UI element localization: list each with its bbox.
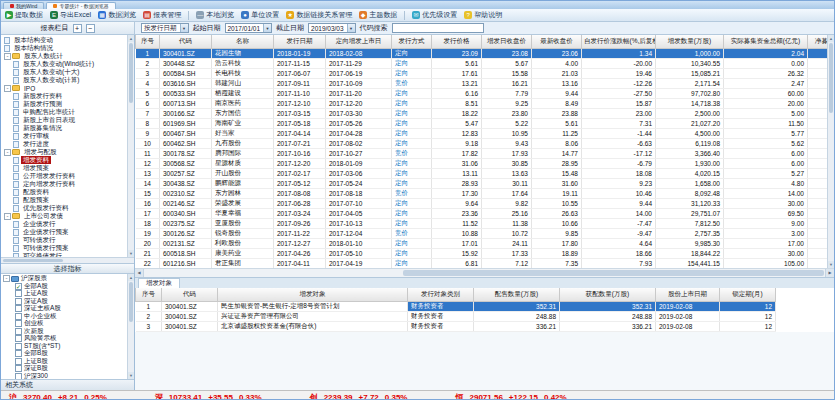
column-header[interactable]: 自发行价涨跌幅(%,后复权) (582, 35, 656, 48)
toolbar-button-report-manage[interactable]: ▤报表管理 (143, 10, 181, 20)
column-header[interactable]: 获配数量(万股) (560, 288, 656, 301)
table-row[interactable]: 17600340.SH华夏幸福2017-03-242017-04-05定向23.… (136, 208, 835, 218)
column-header[interactable]: 定向增发上市日 (326, 35, 392, 48)
column-header[interactable]: 发行方式 (392, 35, 432, 48)
scrollbar-thumb[interactable] (129, 43, 133, 103)
table-row[interactable]: 7300166.SZ东方国信2017-03-152017-03-30定向18.2… (136, 108, 835, 118)
column-header[interactable]: 配售数量(万股) (474, 288, 560, 301)
tree-item[interactable]: 可转债发行 (1, 236, 134, 244)
tree-item[interactable]: 公开增发发行资料 (1, 172, 134, 180)
column-header[interactable]: 锁定期(月) (720, 288, 776, 301)
tree-scrollbar[interactable]: ▲ ▼ (127, 35, 134, 257)
table-row[interactable]: 16002146.SZ荣盛发展2017-06-282017-07-10定向9.6… (136, 198, 835, 208)
universe-item[interactable]: 中小企业板 (1, 313, 134, 321)
tree-item[interactable]: 发行进度 (1, 140, 134, 148)
date-mode-select[interactable]: 按发行日期 ▼ (141, 23, 189, 33)
table-row[interactable]: 1300401.SZ花园生物2018-01-192018-02-08定向23.0… (136, 48, 835, 58)
tree-item[interactable]: 新股上市首日表现 (1, 116, 134, 124)
checkbox-icon[interactable] (15, 320, 22, 327)
table-row[interactable]: 18002375.SZ亚厦股份2017-09-262017-10-13定向11.… (136, 218, 835, 228)
scroll-right-icon[interactable]: ▶ (825, 269, 834, 277)
related-systems-bar[interactable]: 相关系统 (1, 379, 134, 390)
scroll-up-icon[interactable]: ▲ (128, 35, 134, 42)
table-row[interactable]: 15002310.SZ东方园林2017-08-082017-08-18竞价17.… (136, 188, 835, 198)
column-header[interactable]: 增发数量(万股) (656, 35, 724, 48)
tree-item[interactable]: 股本结构情况 (1, 44, 134, 52)
expander-icon[interactable]: - (4, 213, 11, 220)
checkbox-icon[interactable] (15, 290, 22, 297)
checkbox-icon[interactable] (15, 365, 22, 372)
universe-item[interactable]: 深证B股 (1, 365, 134, 373)
tree-item[interactable]: 新股发行资料 (1, 92, 134, 100)
checkbox-icon[interactable] (15, 313, 22, 320)
expander-icon[interactable]: - (4, 53, 11, 60)
column-header[interactable]: 实际募集资金总额(亿元) (724, 35, 808, 48)
scrollbar-thumb[interactable] (129, 282, 133, 322)
scroll-up-icon[interactable]: ▲ (128, 274, 134, 281)
table-row[interactable]: 14300438.SZ鹏辉能源2017-05-122017-05-24定向28.… (136, 178, 835, 188)
table-row[interactable]: 20002131.SZ利欧股份2017-12-272018-01-10定向17.… (136, 238, 835, 248)
checkbox-checked-icon[interactable]: ✓ (15, 283, 22, 290)
scroll-up-icon[interactable]: ▲ (828, 35, 834, 42)
expand-all-button[interactable]: + (73, 24, 82, 33)
column-header[interactable]: 增发日收盘价 (482, 35, 532, 48)
tree-item[interactable]: 企业债发行 (1, 220, 134, 228)
universe-item[interactable]: 上证A股 (1, 290, 134, 298)
table-row[interactable]: 11300178.SZ腾邦国际2017-10-162017-10-27竞价17.… (136, 148, 835, 158)
tree-item[interactable]: 增发资料 (1, 156, 134, 164)
table-row[interactable]: 3300401.SZ北京诚盛股权投资基金(有限合伙)财务投资者336.21336… (136, 321, 776, 331)
universe-item[interactable]: ST股(含*ST) (1, 343, 134, 351)
scroll-down-icon[interactable]: ▼ (128, 250, 134, 257)
tree-item[interactable]: 申购配售比率统计 (1, 108, 134, 116)
expander-icon[interactable]: - (4, 85, 11, 92)
column-header[interactable]: 名称 (212, 35, 274, 48)
universe-item[interactable]: 次新股 (1, 328, 134, 336)
scroll-down-icon[interactable]: ▼ (128, 372, 134, 379)
table-row[interactable]: 22601216.SH君正集团2017-04-112017-04-19定向6.8… (136, 258, 835, 268)
universe-item[interactable]: 创业板 (1, 320, 134, 328)
tree-item[interactable]: 新股发行预测 (1, 100, 134, 108)
table-scrollbar[interactable]: ▲ ▼ (827, 35, 834, 268)
checkbox-icon[interactable] (15, 335, 22, 342)
universe-scrollbar[interactable]: ▲ ▼ (127, 274, 134, 379)
tree-folder[interactable]: -股东人数统计 (1, 52, 134, 60)
universe-item[interactable]: 深证A股 (1, 298, 134, 306)
checkbox-icon[interactable] (15, 343, 22, 350)
toolbar-button-data-link-manage[interactable]: ★数据链接关系管理 (286, 10, 352, 20)
tree-item[interactable]: 配股预案 (1, 196, 134, 204)
expander-icon[interactable]: - (3, 275, 10, 282)
collapse-all-button[interactable]: − (86, 24, 95, 33)
end-date-select[interactable]: 2019/03/03 ▼ (308, 23, 356, 33)
scrollbar-thumb[interactable] (829, 43, 833, 113)
scroll-down-icon[interactable]: ▼ (828, 261, 834, 268)
tree-item[interactable]: 发行审核 (1, 132, 134, 140)
tree-item[interactable]: 股东人数变动(十大) (1, 68, 134, 76)
tree-item[interactable]: 股本结构变动 (1, 36, 134, 44)
code-search-input[interactable] (392, 23, 484, 33)
table-row[interactable]: 8601969.SH海南矿业2017-05-182017-05-26定向5.47… (136, 118, 835, 128)
toolbar-button-data-browse[interactable]: ▦数据浏览 (98, 10, 136, 20)
tree-item[interactable]: 可转债发行预案 (1, 244, 134, 252)
column-header[interactable]: 股份上市日期 (656, 288, 720, 301)
toolbar-button-local-browse[interactable]: —本地浏览 (196, 10, 234, 20)
tab-data-browser[interactable]: 专题统计 - 数据浏览器 (46, 2, 115, 9)
checkbox-icon[interactable] (15, 328, 22, 335)
toolbar-button-export-excel[interactable]: E导出Excel (50, 10, 91, 20)
scrollbar-thumb[interactable] (3, 259, 63, 262)
universe-item[interactable]: 沪深300 (1, 373, 134, 380)
table-row[interactable]: 13300257.SZ开山股份2017-02-172017-03-06定向13.… (136, 168, 835, 178)
table-row[interactable]: 5600533.SH栖霞建设2017-11-102017-11-20定向6.16… (136, 88, 835, 98)
table-row[interactable]: 4603616.SH韩建河山2017-09-112017-10-09竞价13.2… (136, 78, 835, 88)
tree-item[interactable]: 股东人数变动(Wind统计) (1, 60, 134, 68)
column-header[interactable]: 最新收盘价 (532, 35, 582, 48)
universe-root[interactable]: -沪深股票 (1, 275, 134, 283)
universe-item[interactable]: 上证B股 (1, 358, 134, 366)
table-row[interactable]: 3600584.SH长电科技2017-06-072017-06-19定向17.6… (136, 68, 835, 78)
column-header[interactable]: 发行日期 (274, 35, 326, 48)
table-hscrollbar[interactable]: ◀ ▶ (135, 268, 834, 277)
column-header[interactable]: 代码 (162, 288, 218, 301)
table-row[interactable]: 9600467.SH好当家2017-04-142017-04-28定向12.83… (136, 128, 835, 138)
table-row[interactable]: 21600518.SH康美药业2017-04-262017-05-10定向15.… (136, 248, 835, 258)
tree-item[interactable]: 定向增发发行资料 (1, 180, 134, 188)
tab-placement-targets[interactable]: 增发对象 (138, 278, 180, 288)
